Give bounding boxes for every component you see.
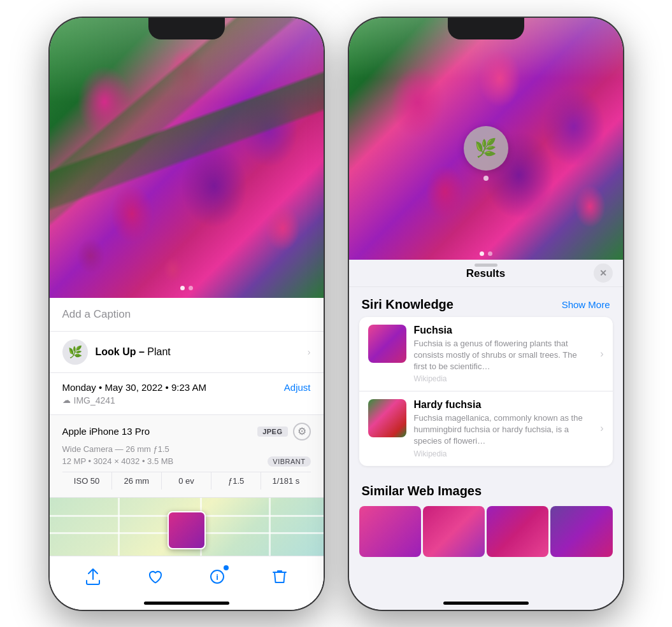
info-badge xyxy=(222,564,230,572)
web-images-title: Similar Web Images xyxy=(349,479,623,506)
exif-aperture: ƒ1.5 xyxy=(211,472,261,490)
web-images-section: Similar Web Images xyxy=(349,474,623,557)
close-button[interactable]: ✕ xyxy=(594,264,613,283)
meta-section: Monday • May 30, 2022 • 9:23 AM Adjust ☁… xyxy=(50,373,324,415)
page-indicator-right xyxy=(480,251,492,256)
drag-handle xyxy=(475,264,497,267)
right-phone: 🌿 Results ✕ Siri Knowledge Show More xyxy=(349,18,623,610)
camera-spec: Wide Camera — 26 mm ƒ1.5 xyxy=(62,444,311,454)
exif-focal: 26 mm xyxy=(112,472,162,490)
caption-area[interactable]: Add a Caption xyxy=(50,298,324,332)
map-preview[interactable] xyxy=(50,498,324,556)
exif-row: ISO 50 26 mm 0 ev ƒ1.5 1/181 s xyxy=(62,472,311,490)
lookup-row[interactable]: 🌿 Look Up – Plant › xyxy=(50,332,324,373)
lookup-chevron-icon: › xyxy=(308,347,311,357)
caption-placeholder: Add a Caption xyxy=(62,308,131,320)
left-phone: Add a Caption 🌿 Look Up – Plant › Monday… xyxy=(50,18,324,610)
knowledge-item-hardy[interactable]: Hardy fuchsia Fuchsia magellanica, commo… xyxy=(359,391,613,466)
hardy-chevron-icon: › xyxy=(600,423,603,434)
web-image-1[interactable] xyxy=(359,506,421,557)
photo-date: Monday • May 30, 2022 • 9:23 AM xyxy=(62,382,206,393)
siri-visual-lookup-button[interactable]: 🌿 xyxy=(464,126,508,171)
gear-icon: ⚙ xyxy=(293,423,311,440)
show-more-button[interactable]: Show More xyxy=(562,299,610,310)
photo-image xyxy=(50,18,324,298)
home-bar-right xyxy=(443,602,529,605)
info-button[interactable]: i xyxy=(203,563,231,591)
fuchsia-chevron-icon: › xyxy=(600,348,603,360)
exif-shutter: 1/181 s xyxy=(261,472,310,490)
fuchsia-thumbnail xyxy=(368,325,406,363)
fuchsia-source: Wikipedia xyxy=(414,374,591,383)
share-button[interactable] xyxy=(79,563,107,591)
hardy-source: Wikipedia xyxy=(414,449,591,458)
siri-knowledge-header: Siri Knowledge Show More xyxy=(349,287,623,317)
photo-location: ☁ IMG_4241 xyxy=(62,395,311,405)
results-content: Siri Knowledge Show More Fuchsia Fuchsia… xyxy=(349,287,623,610)
knowledge-item-fuchsia[interactable]: Fuchsia Fuchsia is a genus of flowering … xyxy=(359,317,613,392)
knowledge-card: Fuchsia Fuchsia is a genus of flowering … xyxy=(359,317,613,466)
hardy-text: Hardy fuchsia Fuchsia magellanica, commo… xyxy=(414,399,604,458)
map-photo-thumbnail xyxy=(168,511,206,549)
results-panel: Results ✕ Siri Knowledge Show More Fuch xyxy=(349,260,623,610)
device-name: Apple iPhone 13 Pro xyxy=(62,426,150,437)
web-image-2[interactable] xyxy=(423,506,485,557)
web-image-4[interactable] xyxy=(550,506,612,557)
info-panel: Add a Caption 🌿 Look Up – Plant › Monday… xyxy=(50,298,324,610)
hardy-description: Fuchsia magellanica, commonly known as t… xyxy=(414,412,591,447)
lookup-photo-image: 🌿 xyxy=(349,18,623,260)
adjust-button[interactable]: Adjust xyxy=(284,382,311,393)
siri-leaf-icon: 🌿 xyxy=(475,137,497,159)
delete-button[interactable] xyxy=(266,563,294,591)
page-indicator xyxy=(180,286,193,290)
svg-text:i: i xyxy=(216,572,218,582)
like-button[interactable] xyxy=(141,563,169,591)
lookup-label: Look Up – Plant xyxy=(96,346,171,358)
siri-knowledge-title: Siri Knowledge xyxy=(362,297,454,312)
device-section: Apple iPhone 13 Pro JPEG ⚙ Wide Camera —… xyxy=(50,415,324,498)
fuchsia-description: Fuchsia is a genus of flowering plants t… xyxy=(414,338,591,373)
exif-iso: ISO 50 xyxy=(62,472,112,490)
results-header: Results ✕ xyxy=(349,260,623,287)
fuchsia-name: Fuchsia xyxy=(414,325,591,336)
exif-ev: 0 ev xyxy=(162,472,211,490)
mp-info: 12 MP • 3024 × 4032 • 3.5 MB xyxy=(62,456,174,466)
siri-dot xyxy=(483,176,489,181)
web-images-row xyxy=(349,506,623,557)
fuchsia-text: Fuchsia Fuchsia is a genus of flowering … xyxy=(414,325,604,384)
jpeg-badge: JPEG xyxy=(257,426,287,437)
web-image-3[interactable] xyxy=(487,506,548,557)
vibrant-badge: VIBRANT xyxy=(268,456,310,467)
lookup-icon: 🌿 xyxy=(62,339,88,365)
results-title: Results xyxy=(466,267,505,280)
home-bar xyxy=(144,602,229,605)
hardy-thumbnail xyxy=(368,399,406,437)
hardy-name: Hardy fuchsia xyxy=(414,399,591,411)
